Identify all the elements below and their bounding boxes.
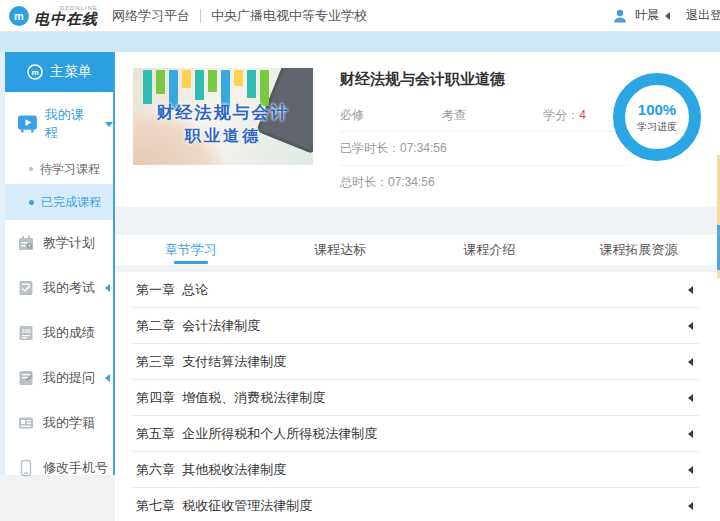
section-gap xyxy=(115,207,720,235)
expand-arrow-icon[interactable] xyxy=(688,394,693,402)
sidebar-item-teaching-plan[interactable]: 教学计划 xyxy=(5,220,113,265)
expand-arrow-icon[interactable] xyxy=(688,322,693,330)
logout-link[interactable]: 退出登录 xyxy=(686,7,720,24)
chapter-title: 第五章 企业所得税和个人所得税法律制度 xyxy=(136,425,377,443)
course-tabs-bar: 章节学习 课程达标 课程介绍 课程拓展资源 xyxy=(116,235,713,265)
collapse-arrow-icon xyxy=(105,284,110,292)
exam-paper-icon xyxy=(17,279,35,297)
chapter-row[interactable]: 第六章 其他税收法律制度 xyxy=(130,452,699,488)
chapter-row[interactable]: 第五章 企业所得税和个人所得税法律制度 xyxy=(130,416,699,452)
section-gap xyxy=(115,265,720,272)
my-exams-label: 我的考试 xyxy=(43,279,95,297)
progress-percent: 100% xyxy=(638,101,676,118)
courses-todo-label: 待学习课程 xyxy=(40,161,100,178)
brand-logo-icon: m xyxy=(8,5,30,27)
question-note-icon xyxy=(17,369,35,387)
chapter-title: 第二章 会计法律制度 xyxy=(136,317,260,335)
sidebar-item-my-courses[interactable]: 我的课程 xyxy=(5,92,113,154)
tv-play-icon xyxy=(17,114,38,134)
courses-done-label: 已完成课程 xyxy=(41,194,101,211)
expand-arrow-icon[interactable] xyxy=(688,286,693,294)
school-name: 中央广播电视中等专业学校 xyxy=(211,7,367,25)
chapter-list: 第一章 总论 第二章 会计法律制度 第三章 支付结算法律制度 第四章 增值税、消… xyxy=(116,272,713,521)
course-required-badge: 必修 xyxy=(340,107,442,124)
my-enrollment-label: 我的学籍 xyxy=(43,414,95,432)
cover-title-line1: 财经法规与会计 xyxy=(133,101,313,124)
tab-course-standards[interactable]: 课程达标 xyxy=(265,235,414,265)
course-cover-image[interactable]: 财经法规与会计 职业道德 xyxy=(133,68,313,165)
svg-text:m: m xyxy=(14,10,24,22)
phone-icon xyxy=(17,459,35,477)
chapter-row[interactable]: 第七章 税收征收管理法律制度 xyxy=(130,488,699,521)
chapter-title: 第一章 总论 xyxy=(136,281,208,299)
credit-label: 学分： xyxy=(543,108,579,122)
course-info: 财经法规与会计职业道德 必修 考查 学分：4 已学时长：07:34:56 总时长… xyxy=(340,70,628,199)
chapter-row[interactable]: 第一章 总论 xyxy=(130,272,699,308)
main-menu-logo-icon: m xyxy=(26,63,44,81)
platform-name: 网络学习平台 xyxy=(112,7,190,25)
user-area: 叶晨 退出登录 xyxy=(611,7,720,25)
tab-course-intro[interactable]: 课程介绍 xyxy=(415,235,564,265)
top-blue-band xyxy=(0,32,720,52)
calendar-icon xyxy=(17,234,35,252)
sidebar-item-courses-done[interactable]: 已完成课程 xyxy=(5,184,113,220)
progress-ring: 100% 学习进度 xyxy=(613,73,701,161)
chapter-row[interactable]: 第四章 增值税、消费税法律制度 xyxy=(130,380,699,416)
my-questions-label: 我的提问 xyxy=(43,369,95,387)
svg-text:100: 100 xyxy=(21,327,30,333)
course-title: 财经法规与会计职业道德 xyxy=(340,70,628,89)
brand-logo-name: 电中在线 xyxy=(34,11,98,26)
chapter-title: 第三章 支付结算法律制度 xyxy=(136,353,286,371)
app-window: m DZONLINE 电中在线 网络学习平台 中央广播电视中等专业学校 叶晨 退… xyxy=(0,0,720,521)
my-grades-label: 我的成绩 xyxy=(43,324,95,342)
svg-text:m: m xyxy=(31,68,38,77)
tab-chapter-learning[interactable]: 章节学习 xyxy=(116,235,265,265)
sidebar-item-change-phone[interactable]: 修改手机号 xyxy=(5,445,113,490)
score-sheet-icon: 100 xyxy=(17,324,35,342)
expand-arrow-icon[interactable] xyxy=(688,502,693,510)
progress-label: 学习进度 xyxy=(637,120,677,134)
brand-logo[interactable]: m DZONLINE 电中在线 xyxy=(8,5,98,27)
bullet-dot-icon xyxy=(29,167,33,171)
teaching-plan-label: 教学计划 xyxy=(43,234,95,252)
sidebar-item-my-grades[interactable]: 100 我的成绩 xyxy=(5,310,113,355)
sidebar-item-my-questions[interactable]: 我的提问 xyxy=(5,355,113,400)
chapter-row[interactable]: 第三章 支付结算法律制度 xyxy=(130,344,699,380)
course-meta-row: 必修 考查 学分：4 xyxy=(340,100,628,132)
sidebar-item-courses-todo[interactable]: 待学习课程 xyxy=(5,154,113,184)
user-menu-caret-icon[interactable] xyxy=(665,12,670,20)
top-header-bar: m DZONLINE 电中在线 网络学习平台 中央广播电视中等专业学校 叶晨 退… xyxy=(0,0,720,32)
chevron-down-icon xyxy=(105,122,113,127)
chapter-title: 第四章 增值税、消费税法律制度 xyxy=(136,389,325,407)
expand-arrow-icon[interactable] xyxy=(688,358,693,366)
change-phone-label: 修改手机号 xyxy=(43,459,108,477)
my-courses-label: 我的课程 xyxy=(45,106,94,142)
username[interactable]: 叶晨 xyxy=(635,7,659,24)
chapter-title: 第六章 其他税收法律制度 xyxy=(136,461,286,479)
sidebar: m 主菜单 我的课程 待学习课程 已完成课程 xyxy=(5,52,113,475)
cover-title-line2: 职业道德 xyxy=(133,126,313,147)
bullet-dot-icon xyxy=(29,200,34,205)
credit-value: 4 xyxy=(579,108,586,122)
expand-arrow-icon[interactable] xyxy=(688,430,693,438)
sidebar-item-my-enrollment[interactable]: 我的学籍 xyxy=(5,400,113,445)
tab-course-resources[interactable]: 课程拓展资源 xyxy=(564,235,713,265)
chapter-title: 第七章 税收征收管理法律制度 xyxy=(136,497,312,515)
header-divider xyxy=(200,9,201,23)
studied-time: 已学时长：07:34:56 xyxy=(340,132,628,166)
total-time: 总时长：07:34:56 xyxy=(340,166,628,199)
course-header-card: 财经法规与会计 职业道德 财经法规与会计职业道德 必修 考查 学分：4 已学时长… xyxy=(116,52,713,207)
chapter-row[interactable]: 第二章 会计法律制度 xyxy=(130,308,699,344)
id-card-icon xyxy=(17,414,35,432)
course-assess-type: 考查 xyxy=(442,107,544,124)
user-avatar-icon[interactable] xyxy=(611,7,629,25)
sidebar-item-my-exams[interactable]: 我的考试 xyxy=(5,265,113,310)
sidebar-accent-line xyxy=(113,52,115,475)
brand-logo-text: DZONLINE 电中在线 xyxy=(34,5,98,26)
sidebar-header-main-menu: m 主菜单 xyxy=(5,52,113,92)
main-menu-title: 主菜单 xyxy=(50,63,92,81)
expand-arrow-icon[interactable] xyxy=(688,466,693,474)
collapse-arrow-icon xyxy=(105,374,110,382)
